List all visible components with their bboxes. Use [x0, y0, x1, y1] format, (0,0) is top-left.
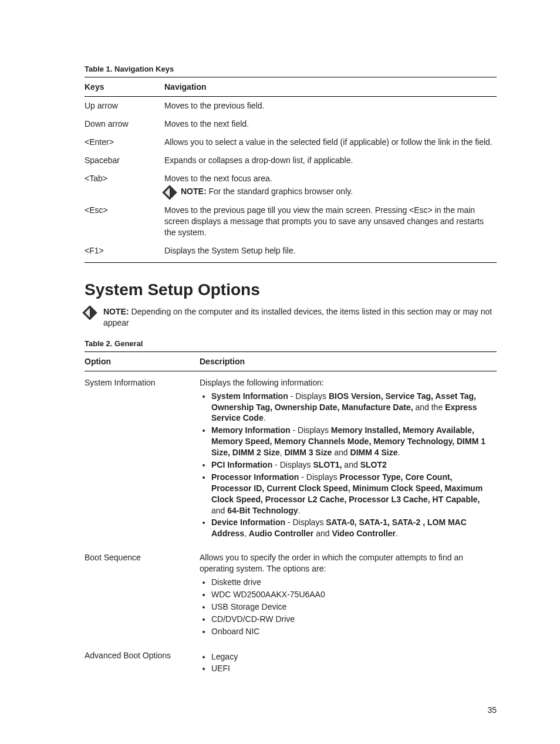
list-item: Device Information - Displays SATA-0, SA… [211, 517, 493, 539]
cell-nav: Moves to the previous field. [164, 97, 497, 115]
note-label: NOTE: [181, 187, 208, 196]
li-mid: - Displays [299, 472, 339, 482]
table1-caption: Table 1. Navigation Keys [85, 65, 497, 73]
desc-intro: Allows you to specify the order in which… [200, 552, 493, 574]
page: Table 1. Navigation Keys Keys Navigation… [0, 0, 560, 744]
cell-option: Boot Sequence [85, 549, 200, 646]
li-lead: System Information [211, 391, 288, 401]
th-description: Description [200, 351, 497, 371]
li-mid: and the [413, 403, 446, 412]
li-lead: Device Information [211, 518, 285, 527]
li-mid: and [332, 448, 350, 457]
cell-nav: Moves to the next focus area. NOTE: For … [164, 170, 497, 202]
cell-desc: Displays the following information: Syst… [200, 371, 497, 549]
desc-intro: Displays the following information: [200, 377, 493, 388]
cell-key: <Enter> [85, 133, 164, 151]
table-row: <Enter> Allows you to select a value in … [85, 133, 497, 151]
cell-key: <F1> [85, 242, 164, 262]
list-item: UEFI [211, 663, 493, 674]
note-body: Depending on the computer and its instal… [103, 307, 492, 327]
li-tail: . [397, 448, 400, 457]
note-icon [162, 185, 177, 200]
table-row: <F1> Displays the System Setup help file… [85, 242, 497, 262]
table2-caption: Table 2. General [85, 339, 497, 348]
list-item: Processor Information - Displays Process… [211, 472, 493, 516]
li-bold: Video Controller [332, 529, 396, 538]
li-mid: - Displays [272, 460, 313, 469]
li-lead: Processor Information [211, 472, 299, 482]
th-keys: Keys [85, 77, 164, 97]
table-general: Option Description System Information Di… [85, 351, 497, 684]
list-item: PCI Information - Displays SLOT1, and SL… [211, 459, 493, 471]
li-tail: . [298, 506, 301, 515]
cell-key: Up arrow [85, 97, 164, 115]
cell-key: Down arrow [85, 115, 164, 133]
li-mid: - Displays [288, 391, 329, 401]
list-item: System Information - Displays BIOS Versi… [211, 391, 493, 424]
cell-key: Spacebar [85, 151, 164, 170]
li-mid: and [342, 460, 360, 469]
table-row: Up arrow Moves to the previous field. [85, 97, 497, 115]
table-navigation-keys: Keys Navigation Up arrow Moves to the pr… [85, 77, 497, 263]
li-bold: SLOT2 [360, 460, 387, 469]
list-item: Legacy [211, 651, 493, 662]
li-bold: DIMM 4 Size [350, 448, 398, 457]
list-item: USB Storage Device [211, 601, 493, 613]
list-item: CD/DVD/CD-RW Drive [211, 614, 493, 625]
li-lead: PCI Information [211, 460, 272, 469]
cell-key: <Esc> [85, 201, 164, 242]
section-heading: System Setup Options [85, 280, 497, 299]
table-row: Advanced Boot Options Legacy UEFI [85, 647, 497, 684]
th-option: Option [85, 351, 200, 371]
cell-nav: Expands or collapses a drop-down list, i… [164, 151, 497, 170]
cell-nav: Displays the System Setup help file. [164, 242, 497, 262]
li-lead: Memory Information [211, 425, 291, 435]
table-row: <Esc> Moves to the previous page till yo… [85, 201, 497, 242]
list-item: Onboard NIC [211, 626, 493, 637]
li-mid: and [313, 529, 332, 538]
li-bold: DIMM 3 Size [284, 448, 332, 457]
cell-nav: Moves to the next field. [164, 115, 497, 133]
li-tail: . [396, 529, 398, 538]
note-text: NOTE: For the standard graphics browser … [181, 186, 353, 197]
list-item: WDC WD2500AAKX-75U6AA0 [211, 589, 493, 600]
li-mid: , [244, 529, 249, 538]
li-mid: - Displays [291, 425, 331, 435]
cell-nav-text: Moves to the next focus area. [164, 174, 272, 183]
note-body: For the standard graphics browser only. [208, 187, 353, 196]
cell-option: System Information [85, 371, 200, 549]
th-navigation: Navigation [164, 77, 497, 97]
cell-nav: Allows you to select a value in the sele… [164, 133, 497, 151]
note: NOTE: For the standard graphics browser … [164, 186, 493, 198]
note-icon [82, 305, 97, 320]
adv-list: Legacy UEFI [200, 651, 493, 675]
li-mid: and [211, 506, 227, 515]
li-bold: 64-Bit Technology [227, 506, 298, 515]
cell-option: Advanced Boot Options [85, 647, 200, 684]
li-bold: SLOT1, [313, 460, 342, 469]
cell-desc: Legacy UEFI [200, 647, 497, 684]
note-label: NOTE: [103, 307, 131, 316]
sysinfo-list: System Information - Displays BIOS Versi… [200, 391, 493, 540]
list-item: Memory Information - Displays Memory Ins… [211, 425, 493, 458]
cell-desc: Allows you to specify the order in which… [200, 549, 497, 646]
section-note: NOTE: Depending on the computer and its … [85, 306, 497, 329]
list-item: Diskette drive [211, 577, 493, 588]
boot-list: Diskette drive WDC WD2500AAKX-75U6AA0 US… [200, 577, 493, 637]
li-bold: Audio Controller [249, 529, 313, 538]
note-text: NOTE: Depending on the computer and its … [103, 306, 497, 329]
table-row: Spacebar Expands or collapses a drop-dow… [85, 151, 497, 170]
table-row: Boot Sequence Allows you to specify the … [85, 549, 497, 646]
cell-nav: Moves to the previous page till you view… [164, 201, 497, 242]
page-number: 35 [487, 705, 497, 715]
table-row: Down arrow Moves to the next field. [85, 115, 497, 133]
table-row: System Information Displays the followin… [85, 371, 497, 549]
table-row: <Tab> Moves to the next focus area. NOTE… [85, 170, 497, 202]
cell-key: <Tab> [85, 170, 164, 202]
li-tail: . [264, 413, 266, 422]
li-mid: - Displays [285, 518, 326, 527]
